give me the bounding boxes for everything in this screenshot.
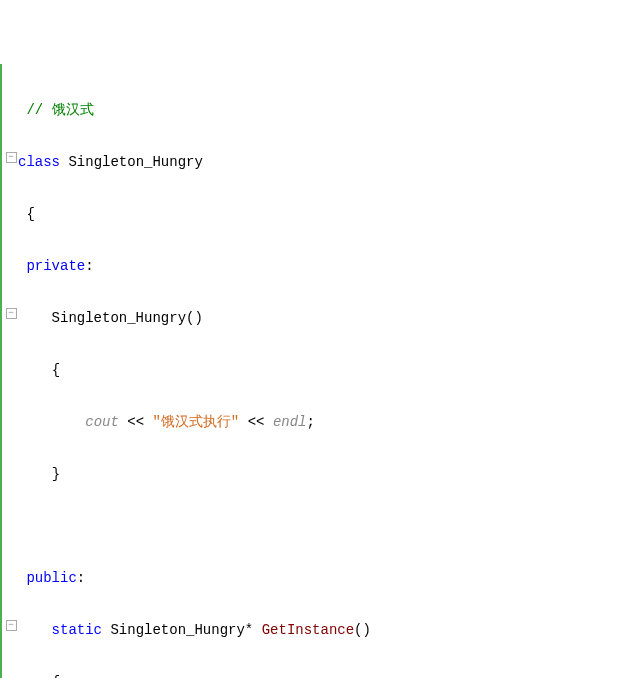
code-line: public: (4, 568, 634, 588)
fold-toggle[interactable]: − (4, 620, 18, 631)
fold-toggle[interactable]: − (4, 152, 18, 163)
brace-open: { (26, 206, 34, 222)
code-line (4, 516, 634, 536)
code-line: − static Singleton_Hungry* GetInstance() (4, 620, 634, 640)
identifier-endl: endl (273, 414, 307, 430)
fold-toggle[interactable]: − (4, 308, 18, 319)
keyword-private: private (26, 258, 85, 274)
keyword-public: public (26, 570, 76, 586)
keyword-class: class (18, 154, 60, 170)
string-literal: "饿汉式执行" (152, 414, 239, 430)
code-line: { (4, 360, 634, 380)
code-line: } (4, 464, 634, 484)
identifier-cout: cout (85, 414, 119, 430)
code-line: { (4, 672, 634, 678)
comment: // 饿汉式 (26, 102, 93, 118)
code-line: −class Singleton_Hungry (4, 152, 634, 172)
identifier-class-name: Singleton_Hungry (68, 154, 202, 170)
code-line: { (4, 204, 634, 224)
code-line: cout << "饿汉式执行" << endl; (4, 412, 634, 432)
code-editor: // 饿汉式 −class Singleton_Hungry { private… (0, 64, 634, 678)
code-line: // 饿汉式 (4, 100, 634, 120)
keyword-static: static (52, 622, 102, 638)
identifier-ctor: Singleton_Hungry (52, 310, 186, 326)
code-line: − Singleton_Hungry() (4, 308, 634, 328)
identifier-getinstance: GetInstance (262, 622, 354, 638)
code-line: private: (4, 256, 634, 276)
identifier-type: Singleton_Hungry (110, 622, 244, 638)
